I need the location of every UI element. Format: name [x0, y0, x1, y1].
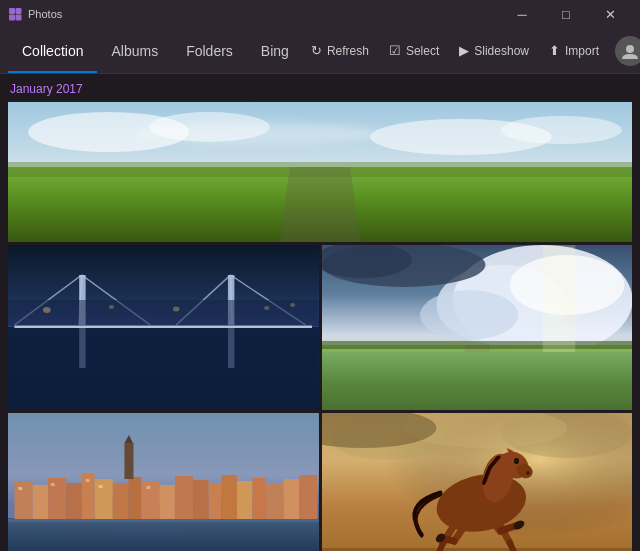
- svg-point-29: [264, 306, 269, 310]
- svg-rect-65: [51, 483, 55, 486]
- nav-bar: Collection Albums Folders Bing ↻ Refresh…: [0, 28, 640, 74]
- svg-rect-61: [299, 475, 317, 519]
- svg-point-26: [43, 307, 51, 313]
- svg-rect-67: [99, 485, 103, 488]
- svg-rect-2: [9, 15, 15, 21]
- tab-folders[interactable]: Folders: [172, 28, 247, 73]
- nav-tabs: Collection Albums Folders Bing: [8, 28, 303, 73]
- photo-panorama-image: [8, 102, 632, 242]
- panorama-svg: [8, 102, 632, 242]
- photo-bridge-image: [8, 245, 319, 410]
- svg-rect-69: [8, 519, 319, 523]
- clouds-svg: [322, 245, 633, 410]
- refresh-icon: ↻: [311, 43, 322, 58]
- svg-rect-0: [9, 8, 15, 14]
- svg-rect-58: [253, 478, 266, 519]
- nav-actions: ↻ Refresh ☑ Select ▶ Slideshow ⬆ Import: [303, 35, 640, 67]
- photo-horse-cell[interactable]: 3DMGAME: [322, 413, 633, 551]
- svg-point-86: [515, 460, 517, 463]
- svg-point-9: [501, 116, 622, 144]
- horse-svg: [322, 413, 633, 551]
- svg-rect-25: [8, 300, 319, 326]
- tab-albums[interactable]: Albums: [97, 28, 172, 73]
- svg-rect-62: [124, 443, 133, 479]
- select-icon: ☑: [389, 43, 401, 58]
- svg-rect-53: [175, 476, 193, 519]
- title-bar-left: Photos: [8, 7, 62, 21]
- main-content: January 2017: [0, 74, 640, 551]
- app-icon: [8, 7, 22, 21]
- app-title: Photos: [28, 8, 62, 20]
- user-avatar-button[interactable]: [615, 36, 640, 66]
- svg-rect-49: [113, 483, 129, 519]
- svg-point-28: [173, 307, 179, 312]
- svg-rect-24: [228, 328, 234, 368]
- photo-clouds-cell[interactable]: [322, 245, 633, 410]
- svg-rect-52: [159, 485, 175, 519]
- title-bar: Photos ─ □ ✕: [0, 0, 640, 28]
- select-button[interactable]: ☑ Select: [381, 35, 447, 67]
- photo-panorama-cell[interactable]: [8, 102, 632, 242]
- maximize-button[interactable]: □: [544, 0, 588, 28]
- svg-rect-64: [18, 487, 22, 490]
- photo-grid: 3DMGAME: [8, 102, 632, 551]
- svg-rect-1: [16, 8, 22, 14]
- slideshow-button[interactable]: ▶ Slideshow: [451, 35, 537, 67]
- svg-rect-42: [8, 518, 319, 551]
- svg-rect-48: [95, 479, 113, 519]
- svg-rect-43: [14, 481, 32, 519]
- section-label: January 2017: [8, 82, 632, 96]
- svg-point-4: [626, 45, 634, 53]
- window-controls: ─ □ ✕: [500, 0, 632, 28]
- svg-rect-60: [284, 479, 300, 519]
- svg-point-27: [109, 305, 114, 309]
- city-svg: [8, 413, 319, 551]
- photo-clouds-image: [322, 245, 633, 410]
- svg-rect-23: [79, 328, 85, 368]
- svg-rect-57: [237, 481, 253, 519]
- close-button[interactable]: ✕: [588, 0, 632, 28]
- svg-rect-68: [146, 486, 150, 489]
- slideshow-icon: ▶: [459, 43, 469, 58]
- refresh-button[interactable]: ↻ Refresh: [303, 35, 377, 67]
- svg-rect-66: [86, 479, 90, 482]
- tab-collection[interactable]: Collection: [8, 28, 97, 73]
- tab-bing[interactable]: Bing: [247, 28, 303, 73]
- svg-rect-55: [209, 483, 222, 519]
- svg-rect-13: [8, 327, 319, 410]
- svg-rect-56: [221, 475, 237, 519]
- photo-bridge-cell[interactable]: [8, 245, 319, 410]
- svg-rect-3: [16, 15, 22, 21]
- import-button[interactable]: ⬆ Import: [541, 35, 607, 67]
- svg-point-84: [526, 471, 529, 475]
- photo-horse-image: [322, 413, 633, 551]
- import-icon: ⬆: [549, 43, 560, 58]
- svg-point-7: [149, 112, 270, 142]
- svg-rect-46: [66, 483, 82, 519]
- photo-city-image: [8, 413, 319, 551]
- svg-point-30: [290, 303, 295, 307]
- svg-rect-59: [265, 483, 283, 519]
- photo-city-cell[interactable]: [8, 413, 319, 551]
- minimize-button[interactable]: ─: [500, 0, 544, 28]
- svg-rect-39: [322, 341, 633, 349]
- svg-rect-44: [33, 485, 49, 519]
- svg-rect-50: [128, 477, 141, 519]
- svg-rect-38: [322, 345, 633, 410]
- svg-point-35: [420, 290, 518, 340]
- svg-rect-54: [193, 480, 209, 519]
- bridge-svg: [8, 245, 319, 410]
